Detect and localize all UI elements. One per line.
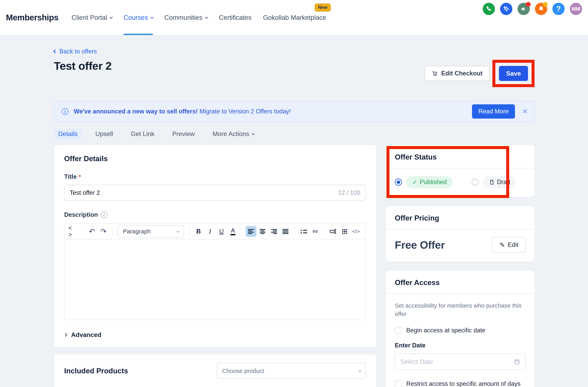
page-title: Test offer 2 <box>54 59 112 72</box>
editor-toolbar: < > ↶ ↷ Paragraph B I U A <box>64 224 365 240</box>
advanced-expander[interactable]: Advanced <box>64 331 366 339</box>
avatar[interactable]: MM <box>570 3 582 15</box>
table-button[interactable]: ⊞ <box>339 226 350 237</box>
align-center-button[interactable] <box>257 226 268 237</box>
pencil-icon: ✎ <box>500 241 505 249</box>
megaphone-glyph <box>520 5 527 12</box>
notifications-bell-icon[interactable] <box>535 3 547 15</box>
description-label: Description i <box>64 211 366 218</box>
chevron-left-icon <box>53 49 57 53</box>
align-right-icon <box>271 229 277 234</box>
align-justify-icon <box>283 229 289 234</box>
announcement-icon[interactable] <box>518 3 530 15</box>
phone-glyph <box>486 6 492 12</box>
top-navigation: Memberships Client Portal Courses Commun… <box>0 0 588 35</box>
chevron-down-icon <box>150 16 154 19</box>
nav-certificates[interactable]: Certificates <box>219 0 252 35</box>
link-icon <box>312 228 318 235</box>
align-center-icon <box>260 229 266 234</box>
sparkles-glyph <box>503 5 510 12</box>
align-left-button[interactable] <box>246 226 256 237</box>
toolbar-divider <box>112 227 112 236</box>
page-body: Back to offers Test offer 2 Edit Checkou… <box>0 35 588 387</box>
included-products-heading: Included Products <box>64 367 128 375</box>
close-icon[interactable]: × <box>523 107 527 116</box>
restrict-access-checkbox-row[interactable]: Restrict access to specific amount of da… <box>395 380 526 387</box>
edit-pricing-button[interactable]: ✎ Edit <box>492 237 526 253</box>
choose-product-select[interactable]: Choose product <box>217 363 366 379</box>
redo-icon[interactable]: ↷ <box>98 226 109 237</box>
save-button[interactable]: Save <box>499 66 528 81</box>
pricing-value: Free Offer <box>395 239 445 251</box>
banner-message: We've announced a new way to sell offers… <box>74 108 472 115</box>
align-left-icon <box>248 229 254 234</box>
offer-status-heading: Offer Status <box>395 153 526 161</box>
draft-badge[interactable]: Draft <box>483 176 516 188</box>
source-code-button[interactable]: </> <box>351 226 361 237</box>
chevron-down-icon <box>110 16 113 19</box>
toolbar-divider <box>242 227 242 236</box>
undo-icon[interactable]: ↶ <box>86 226 97 237</box>
title-input[interactable]: Test offer 2 12 / 100 <box>64 185 366 201</box>
draft-radio[interactable] <box>472 179 479 186</box>
nav-items: Client Portal Courses Communities Certif… <box>71 0 326 35</box>
app-title: Memberships <box>6 13 58 22</box>
announcement-banner: We've announced a new way to sell offers… <box>54 101 535 122</box>
code-view-icon[interactable]: < > <box>68 226 79 237</box>
nav-courses[interactable]: Courses <box>124 0 153 35</box>
bullet-list-icon <box>300 229 307 234</box>
text-field-icon <box>330 228 337 235</box>
align-right-button[interactable] <box>269 226 279 237</box>
info-icon: i <box>101 211 107 218</box>
required-asterisk: * <box>79 173 81 180</box>
nav-gokollab-marketplace[interactable]: Gokollab Marketplace New <box>263 0 326 35</box>
select-date-input[interactable]: Select Date <box>395 353 526 370</box>
paragraph-style-select[interactable]: Paragraph <box>118 225 184 238</box>
edit-checkout-button[interactable]: Edit Checkout <box>425 66 490 81</box>
begin-access-checkbox-row[interactable]: Begin access at specific date <box>395 327 526 334</box>
underline-button[interactable]: U <box>216 226 227 237</box>
tab-preview[interactable]: Preview <box>168 128 199 140</box>
restrict-access-checkbox[interactable] <box>395 380 402 387</box>
description-rich-text-editor: < > ↶ ↷ Paragraph B I U A <box>64 223 366 320</box>
active-tab-underline <box>124 34 153 35</box>
annotation-box-save: Save <box>492 60 535 87</box>
offer-tabs: Details Upsell Get Link Preview More Act… <box>54 128 535 140</box>
back-to-offers-link[interactable]: Back to offers <box>54 48 97 55</box>
italic-button[interactable]: I <box>205 226 215 237</box>
align-justify-button[interactable] <box>280 226 291 237</box>
description-editor-body[interactable] <box>64 240 365 320</box>
notification-dot <box>526 2 531 7</box>
included-products-card: Included Products Choose product <box>54 354 376 387</box>
bullet-list-button[interactable] <box>298 226 309 237</box>
offer-pricing-card: Offer Pricing Free Offer ✎ Edit <box>386 206 535 262</box>
begin-access-checkbox[interactable] <box>395 327 402 334</box>
char-counter: 12 / 100 <box>338 189 360 196</box>
tab-details[interactable]: Details <box>54 128 82 140</box>
chevron-down-icon <box>252 132 255 135</box>
new-badge: New <box>315 3 330 11</box>
read-more-button[interactable]: Read More <box>472 104 515 119</box>
cart-icon <box>432 70 438 77</box>
custom-field-button[interactable] <box>328 226 338 237</box>
toolbar-divider <box>189 227 189 236</box>
help-icon[interactable]: ? <box>552 3 565 15</box>
tab-upsell[interactable]: Upsell <box>91 128 117 140</box>
bold-button[interactable]: B <box>193 226 204 237</box>
nav-communities[interactable]: Communities <box>164 0 208 35</box>
info-icon <box>61 107 69 116</box>
nav-client-portal[interactable]: Client Portal <box>71 0 112 35</box>
offer-access-description: Set accessibility for members who purcha… <box>395 302 526 318</box>
link-button[interactable] <box>310 226 320 237</box>
document-icon <box>489 179 495 185</box>
tab-more-actions[interactable]: More Actions <box>208 128 258 140</box>
published-badge[interactable]: ✓ Published <box>406 176 453 188</box>
title-label: Title * <box>64 173 366 180</box>
phone-icon[interactable] <box>483 3 495 15</box>
topbar-icon-row: ? MM <box>483 3 582 15</box>
text-color-button[interactable]: A <box>228 226 238 237</box>
published-radio[interactable] <box>395 179 402 186</box>
ai-sparkles-icon[interactable] <box>500 3 512 15</box>
chevron-down-icon <box>205 16 208 19</box>
tab-get-link[interactable]: Get Link <box>126 128 159 140</box>
